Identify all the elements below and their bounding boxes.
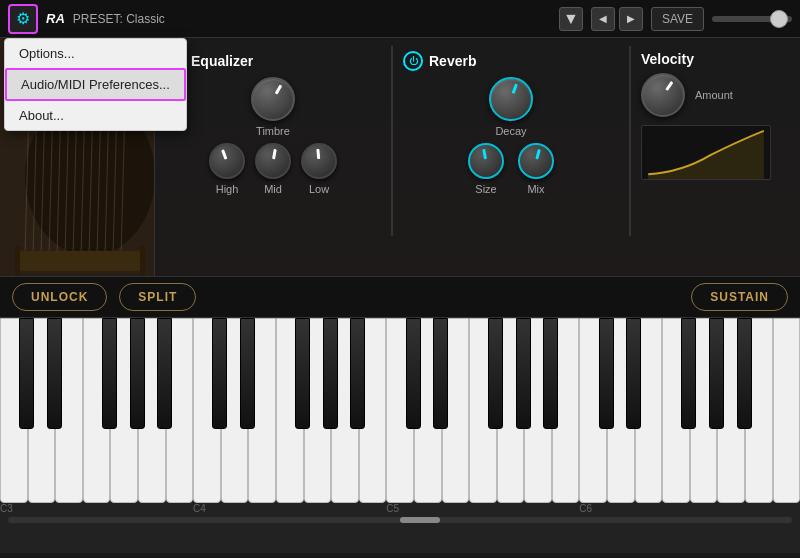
octave-label: C4	[193, 503, 206, 513]
equalizer-section: ⏻ Equalizer Timbre	[155, 46, 391, 236]
black-key[interactable]	[433, 318, 448, 429]
black-key[interactable]	[130, 318, 145, 429]
black-key[interactable]	[295, 318, 310, 429]
decay-knob[interactable]	[489, 77, 533, 121]
low-knob-container: Low	[301, 143, 337, 195]
keyboard-scrollbar[interactable]	[8, 517, 792, 523]
reverb-title: Reverb	[429, 53, 476, 69]
low-knob[interactable]	[301, 143, 337, 179]
size-knob[interactable]	[468, 143, 504, 179]
black-key[interactable]	[323, 318, 338, 429]
black-key[interactable]	[212, 318, 227, 429]
logo: RA	[46, 11, 65, 26]
next-preset-button[interactable]: ▶	[619, 7, 643, 31]
prev-preset-button[interactable]: ◀	[591, 7, 615, 31]
mid-knob[interactable]	[255, 143, 291, 179]
high-knob-container: High	[209, 143, 245, 195]
mix-knob-container: Mix	[518, 143, 554, 195]
black-key[interactable]	[737, 318, 752, 429]
black-key[interactable]	[102, 318, 117, 429]
black-key[interactable]	[626, 318, 641, 429]
velocity-header: Velocity	[641, 51, 790, 67]
mid-knob-container: Mid	[255, 143, 291, 195]
sustain-button[interactable]: SUSTAIN	[691, 283, 788, 311]
menu-item-about[interactable]: About...	[5, 101, 186, 130]
top-bar: ⚙ RA PRESET: Classic ▼ ◀ ▶ SAVE Options.…	[0, 0, 800, 38]
equalizer-header: ⏻ Equalizer	[165, 51, 381, 71]
black-key[interactable]	[516, 318, 531, 429]
preset-nav: ◀ ▶	[591, 7, 643, 31]
menu-item-audio-midi[interactable]: Audio/MIDI Preferences...	[5, 68, 186, 101]
black-key[interactable]	[350, 318, 365, 429]
unlock-button[interactable]: UNLOCK	[12, 283, 107, 311]
black-key[interactable]	[406, 318, 421, 429]
svg-rect-16	[15, 246, 20, 276]
reverb-power-button[interactable]: ⏻	[403, 51, 423, 71]
mix-label: Mix	[527, 183, 544, 195]
controls-row: ⏻ Equalizer Timbre	[155, 46, 800, 236]
amount-row: Amount	[641, 73, 790, 117]
high-label: High	[216, 183, 239, 195]
preset-dropdown-button[interactable]: ▼	[559, 7, 583, 31]
svg-rect-15	[20, 251, 140, 271]
black-key[interactable]	[599, 318, 614, 429]
octave-label: C6	[579, 503, 592, 513]
black-key[interactable]	[543, 318, 558, 429]
black-key[interactable]	[157, 318, 172, 429]
timbre-knob[interactable]	[251, 77, 295, 121]
bottom-buttons-bar: UNLOCK SPLIT SUSTAIN	[0, 276, 800, 318]
amount-knob[interactable]	[641, 73, 685, 117]
white-key[interactable]	[773, 318, 800, 503]
high-knob[interactable]	[209, 143, 245, 179]
split-button[interactable]: SPLIT	[119, 283, 196, 311]
svg-rect-17	[140, 246, 145, 276]
controls-panel: ⏻ Equalizer Timbre	[155, 38, 800, 276]
volume-thumb[interactable]	[770, 10, 788, 28]
volume-slider[interactable]	[712, 16, 792, 22]
preset-label: PRESET: Classic	[73, 12, 551, 26]
black-key[interactable]	[47, 318, 62, 429]
octave-label: C3	[0, 503, 13, 513]
equalizer-title: Equalizer	[191, 53, 253, 69]
keyboard-scroll-thumb[interactable]	[400, 517, 440, 523]
options-menu: Options... Audio/MIDI Preferences... Abo…	[4, 38, 187, 131]
decay-label: Decay	[495, 125, 526, 137]
size-knob-container: Size	[468, 143, 504, 195]
timbre-knob-container: Timbre	[251, 77, 295, 137]
reverb-header: ⏻ Reverb	[403, 51, 619, 71]
keyboard-area: C3C4C5C6	[0, 318, 800, 553]
timbre-label: Timbre	[256, 125, 290, 137]
low-label: Low	[309, 183, 329, 195]
black-key[interactable]	[240, 318, 255, 429]
black-key[interactable]	[19, 318, 34, 429]
octave-label: C5	[386, 503, 399, 513]
velocity-graph	[641, 125, 771, 180]
mid-label: Mid	[264, 183, 282, 195]
piano-keyboard: C3C4C5C6	[0, 318, 800, 513]
black-key[interactable]	[709, 318, 724, 429]
velocity-title: Velocity	[641, 51, 694, 67]
save-button[interactable]: SAVE	[651, 7, 704, 31]
gear-button[interactable]: ⚙	[8, 4, 38, 34]
amount-label: Amount	[695, 89, 733, 101]
black-key[interactable]	[488, 318, 503, 429]
decay-knob-container: Decay	[489, 77, 533, 137]
reverb-section: ⏻ Reverb Decay	[392, 46, 629, 236]
menu-item-options[interactable]: Options...	[5, 39, 186, 68]
velocity-section: Velocity Amount	[630, 46, 800, 236]
black-key[interactable]	[681, 318, 696, 429]
size-label: Size	[475, 183, 496, 195]
mix-knob[interactable]	[518, 143, 554, 179]
